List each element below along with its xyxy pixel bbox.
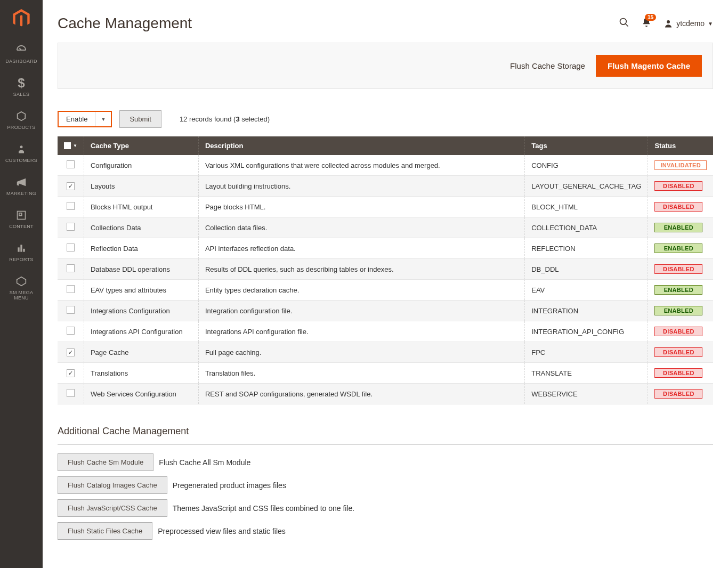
cell-cache-type: Reflection Data (84, 238, 198, 259)
cell-tags: EAV (525, 280, 648, 301)
row-checkbox[interactable] (67, 202, 75, 210)
row-checkbox[interactable]: ✓ (67, 369, 75, 377)
status-badge: DISABLED (654, 327, 702, 336)
magento-logo-icon (13, 9, 30, 28)
svg-rect-6 (23, 249, 25, 252)
magento-logo[interactable] (0, 0, 43, 37)
table-row: Integrations API ConfigurationIntegratio… (58, 321, 713, 342)
cell-cache-type: Blocks HTML output (84, 197, 198, 217)
nav-item-content[interactable]: CONTENT (0, 202, 43, 236)
cell-description: Full page caching. (198, 342, 524, 363)
content-icon (16, 209, 27, 222)
row-checkbox[interactable] (67, 264, 75, 272)
nav-item-reports[interactable]: REPORTS (0, 236, 43, 269)
nav-item-smmegamenu[interactable]: SM MEGAMENU (0, 269, 43, 307)
nav-label: CONTENT (9, 224, 34, 229)
search-icon[interactable] (619, 17, 629, 30)
top-actions: 15 ytcdemo ▼ (619, 17, 713, 30)
additional-cache-title: Additional Cache Management (58, 426, 713, 445)
nav-label: SM MEGAMENU (10, 290, 34, 301)
flush-button[interactable]: Flush Catalog Images Cache (58, 476, 167, 494)
cell-description: Integration configuration file. (198, 301, 524, 321)
row-checkbox[interactable] (67, 306, 75, 314)
row-checkbox[interactable] (67, 160, 75, 168)
nav-label: PRODUCTS (7, 125, 36, 130)
cell-cache-type: Configuration (84, 155, 198, 176)
table-row: Reflection DataAPI interfaces reflection… (58, 238, 713, 259)
table-row: ✓LayoutsLayout building instructions.LAY… (58, 176, 713, 197)
submit-button[interactable]: Submit (119, 110, 161, 128)
cell-tags: WEBSERVICE (525, 384, 648, 404)
nav-item-marketing[interactable]: MARKETING (0, 169, 43, 202)
chevron-down-icon[interactable]: ▼ (95, 112, 111, 126)
cell-cache-type: Layouts (84, 176, 198, 197)
smmegamenu-icon (16, 275, 27, 288)
row-checkbox[interactable] (67, 327, 75, 335)
cell-description: Various XML configurations that were col… (198, 155, 524, 176)
svg-rect-3 (19, 213, 22, 216)
row-checkbox[interactable] (67, 285, 75, 293)
table-row: Web Services ConfigurationREST and SOAP … (58, 384, 713, 404)
notifications-icon[interactable]: 15 (641, 17, 652, 30)
flush-button[interactable]: Flush JavaScript/CSS Cache (58, 499, 167, 517)
cell-description: Results of DDL queries, such as describi… (198, 259, 524, 280)
cell-tags: INTEGRATION_API_CONFIG (525, 321, 648, 342)
user-menu[interactable]: ytcdemo ▼ (664, 19, 713, 28)
row-checkbox[interactable] (67, 223, 75, 231)
grid-toolbar: Enable ▼ Submit 12 records found (3 sele… (58, 110, 713, 128)
cell-tags: LAYOUT_GENERAL_CACHE_TAG (525, 176, 648, 197)
cell-description: API interfaces reflection data. (198, 238, 524, 259)
nav-item-products[interactable]: PRODUCTS (0, 103, 43, 136)
status-badge: DISABLED (654, 264, 702, 274)
cell-cache-type: Web Services Configuration (84, 384, 198, 404)
flush-row: Flush JavaScript/CSS CacheThemes JavaScr… (58, 499, 713, 517)
nav-item-customers[interactable]: CUSTOMERS (0, 136, 43, 169)
cell-description: Collection data files. (198, 217, 524, 238)
flush-cache-storage-link[interactable]: Flush Cache Storage (510, 61, 585, 70)
flush-magento-cache-button[interactable]: Flush Magento Cache (596, 55, 702, 77)
status-badge: ENABLED (654, 244, 702, 253)
flush-row: Flush Catalog Images CachePregenerated p… (58, 476, 713, 494)
cell-description: Translation files. (198, 363, 524, 384)
flush-row: Flush Cache Sm ModuleFlush Cache All Sm … (58, 453, 713, 471)
header-status[interactable]: Status (648, 136, 713, 155)
flush-button[interactable]: Flush Cache Sm Module (58, 453, 153, 471)
header-cache-type[interactable]: Cache Type (84, 136, 198, 155)
row-checkbox[interactable]: ✓ (67, 348, 75, 356)
svg-rect-4 (18, 247, 19, 251)
table-row: ✓Page CacheFull page caching.FPCDISABLED (58, 342, 713, 363)
cell-tags: REFLECTION (525, 238, 648, 259)
cell-tags: INTEGRATION (525, 301, 648, 321)
nav-item-sales[interactable]: $SALES (0, 70, 43, 103)
flush-button[interactable]: Flush Static Files Cache (58, 522, 152, 540)
header-select-all[interactable]: ▼ (58, 136, 84, 155)
reports-icon (16, 242, 27, 255)
svg-point-8 (620, 18, 627, 25)
flush-description: Preprocessed view files and static files (158, 527, 286, 535)
products-icon (15, 110, 27, 123)
cell-tags: FPC (525, 342, 648, 363)
cell-tags: BLOCK_HTML (525, 197, 648, 217)
nav-label: CUSTOMERS (5, 158, 37, 163)
status-badge: INVALIDATED (654, 160, 707, 170)
massaction-select[interactable]: Enable ▼ (58, 111, 112, 127)
select-all-checkbox[interactable] (64, 142, 71, 149)
top-bar: Cache Management 15 ytcdemo ▼ (58, 0, 713, 43)
table-row: Collections DataCollection data files.CO… (58, 217, 713, 238)
row-checkbox[interactable]: ✓ (67, 182, 75, 190)
row-checkbox[interactable] (67, 244, 75, 251)
admin-sidebar: DASHBOARD$SALESPRODUCTSCUSTOMERSMARKETIN… (0, 0, 43, 568)
status-badge: DISABLED (654, 202, 702, 212)
svg-point-1 (20, 145, 23, 148)
notification-count-badge: 15 (645, 14, 656, 21)
title-actions-bar: Flush Cache Storage Flush Magento Cache (58, 43, 713, 89)
table-row: Database DDL operationsResults of DDL qu… (58, 259, 713, 280)
cell-description: Entity types declaration cache. (198, 280, 524, 301)
dashboard-icon (15, 44, 27, 56)
header-tags[interactable]: Tags (525, 136, 648, 155)
row-checkbox[interactable] (67, 389, 75, 397)
nav-item-dashboard[interactable]: DASHBOARD (0, 37, 43, 70)
cell-cache-type: Collections Data (84, 217, 198, 238)
cell-tags: DB_DDL (525, 259, 648, 280)
header-description[interactable]: Description (198, 136, 524, 155)
